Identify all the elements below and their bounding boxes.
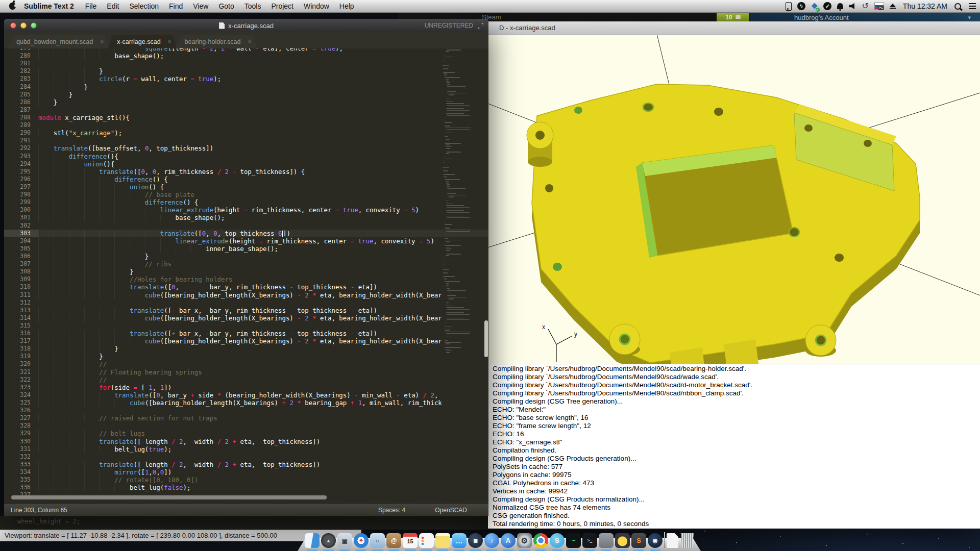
- dock-itunes[interactable]: ♪: [484, 533, 499, 548]
- code-line-280: 280base_shape();: [4, 52, 488, 60]
- syntax-status[interactable]: OpenSCAD: [435, 507, 467, 514]
- code-line-326: 326: [4, 407, 488, 414]
- horizontal-scrollbar[interactable]: [11, 495, 327, 499]
- dock-steam[interactable]: ◉: [648, 533, 663, 548]
- code-line-318: 318}: [4, 345, 488, 353]
- console-line: Polygons in cache: 99975: [493, 471, 980, 479]
- dock-system-preferences[interactable]: ⚙: [517, 533, 532, 548]
- active-app-name[interactable]: Sublime Text 2: [24, 2, 74, 10]
- unregistered-label: UNREGISTERED: [425, 22, 473, 29]
- dock-skype[interactable]: S: [550, 533, 565, 548]
- tab-close-icon[interactable]: ×: [248, 38, 251, 45]
- tab-qubd_bowden_mount.scad[interactable]: qubd_bowden_mount.scad×: [7, 35, 110, 48]
- code-line-336: 336belt_lug(false);: [4, 484, 488, 491]
- steam-account-area[interactable]: hudbrog's Account ▾: [750, 12, 980, 22]
- console-line: Compiling library `/Users/hudbrog/Docume…: [493, 365, 980, 373]
- axis-label-y: y: [574, 331, 577, 338]
- code-line-299: 299difference() {: [4, 198, 488, 206]
- dock-app-store[interactable]: A: [501, 533, 516, 548]
- fullscreen-arrows-icon[interactable]: [477, 22, 484, 29]
- dock-reminders[interactable]: [419, 533, 434, 548]
- code-line-321: 321// Floating bearing springs: [4, 368, 488, 376]
- menu-edit[interactable]: Edit: [102, 2, 124, 10]
- menu-bar-clock[interactable]: Thu 12:32 AM: [901, 2, 949, 10]
- dock-safari[interactable]: ✦: [354, 533, 369, 548]
- volume-icon[interactable]: [849, 2, 856, 11]
- dock-mission-control[interactable]: ▣: [337, 533, 352, 548]
- mobile-sync-icon[interactable]: [786, 2, 792, 11]
- dock-openscad[interactable]: [615, 533, 630, 548]
- dock-separator[interactable]: [664, 532, 665, 548]
- menu-file[interactable]: File: [80, 2, 102, 10]
- menu-bar: Sublime Text 2 FileEditSelectionFindView…: [0, 0, 980, 13]
- dock-chrome[interactable]: [533, 533, 548, 548]
- tab-close-icon[interactable]: ×: [168, 38, 172, 45]
- dock-sublime-text[interactable]: S: [631, 533, 646, 548]
- dock-terminal[interactable]: >_: [582, 533, 597, 548]
- lightning-icon[interactable]: ϟ: [797, 2, 805, 11]
- menu-find[interactable]: Find: [164, 2, 188, 10]
- code-line-285: 285}: [4, 91, 488, 98]
- dock-contacts[interactable]: @: [386, 533, 401, 548]
- code-line-332: 332: [4, 453, 488, 461]
- code-line-324: 324translate([0, bar_y + side * (bearing…: [4, 391, 488, 399]
- dock-plain-window[interactable]: [599, 533, 614, 548]
- code-line-312: 312: [4, 299, 488, 307]
- menu-view[interactable]: View: [188, 2, 213, 10]
- dock-documents[interactable]: [667, 533, 678, 548]
- code-line-325: 325cube([bearing_holder_length(X_bearing…: [4, 399, 488, 407]
- dock-calendar[interactable]: 15: [403, 533, 418, 548]
- bell-icon[interactable]: [837, 2, 843, 11]
- menu-project[interactable]: Project: [266, 2, 299, 10]
- menu-window[interactable]: Window: [299, 2, 334, 10]
- tab-close-icon[interactable]: ×: [100, 38, 104, 45]
- code-line-331: 331belt_lug(true);: [4, 445, 488, 453]
- code-line-287: 287: [4, 106, 488, 114]
- dropbox-icon[interactable]: ❖: [811, 2, 818, 11]
- menu-tools[interactable]: Tools: [239, 2, 266, 10]
- spotlight-icon[interactable]: [954, 2, 963, 11]
- apple-menu-icon[interactable]: [9, 3, 16, 10]
- dock-launchpad[interactable]: ▲: [321, 533, 336, 548]
- menu-help[interactable]: Help: [334, 2, 359, 10]
- code-line-311: 311cube([bearing_holder_length(X_bearing…: [4, 291, 488, 299]
- dock-notes[interactable]: [435, 533, 450, 548]
- tab-bearing-holder.scad[interactable]: bearing-holder.scad×: [176, 35, 258, 48]
- time-machine-icon[interactable]: ↺: [862, 2, 868, 11]
- eject-icon[interactable]: [890, 2, 896, 11]
- dock-preview[interactable]: ○: [370, 533, 385, 548]
- console-line: Normalized CSG tree has 74 elements: [493, 504, 980, 512]
- zoom-window-button[interactable]: [31, 22, 37, 29]
- indent-status[interactable]: Spaces: 4: [378, 507, 405, 514]
- code-line-295: 295translate([0, 0, rim_thickness / 2 - …: [4, 168, 488, 176]
- close-window-button[interactable]: [10, 22, 16, 29]
- minimap[interactable]: [443, 49, 486, 386]
- console-line: Compiling design (CSG Tree generation)..…: [493, 397, 980, 406]
- openscad-title-bar[interactable]: D - x-carriage.scad: [488, 21, 980, 35]
- notification-center-icon[interactable]: [969, 2, 976, 11]
- keyboard-layout-flag-icon[interactable]: РС: [874, 2, 884, 11]
- menu-goto[interactable]: Goto: [213, 2, 239, 10]
- shield-check-icon[interactable]: ✓: [823, 2, 831, 11]
- dock-trash[interactable]: [680, 533, 695, 548]
- code-line-313: 313translate([- bar_x, -bar_y, rim_thick…: [4, 307, 488, 314]
- code-line-328: 328: [4, 422, 488, 430]
- vertical-scrollbar[interactable]: [484, 320, 488, 357]
- openscad-3d-viewport[interactable]: x y z: [488, 35, 980, 364]
- axis-indicator: [548, 329, 572, 362]
- dock-activity-monitor[interactable]: ~: [566, 533, 581, 548]
- desktop-stars: [704, 531, 705, 532]
- minimize-window-button[interactable]: [20, 22, 27, 29]
- console-line: Compiling library `/Users/hudbrog/Docume…: [493, 373, 980, 381]
- dock-messages[interactable]: …: [452, 533, 467, 548]
- menu-selection[interactable]: Selection: [124, 2, 164, 10]
- dock-finder[interactable]: [305, 533, 320, 548]
- code-line-310: 310translate([0, bar_y, rim_thickness - …: [4, 283, 488, 291]
- sublime-title-bar[interactable]: x-carriage.scad UNREGISTERED: [4, 19, 488, 32]
- code-editor[interactable]: 279square([length - 2, 2 * wall - eta], …: [4, 48, 488, 504]
- tab-x-carriage.scad[interactable]: x-carriage.scad×: [108, 35, 177, 48]
- desktop: Sublime Text 2 FileEditSelectionFindView…: [0, 0, 980, 551]
- code-line-306: 306}: [4, 253, 488, 260]
- dock-facetime[interactable]: ▣: [468, 533, 483, 548]
- steam-mail-badge[interactable]: 10✉: [717, 13, 749, 22]
